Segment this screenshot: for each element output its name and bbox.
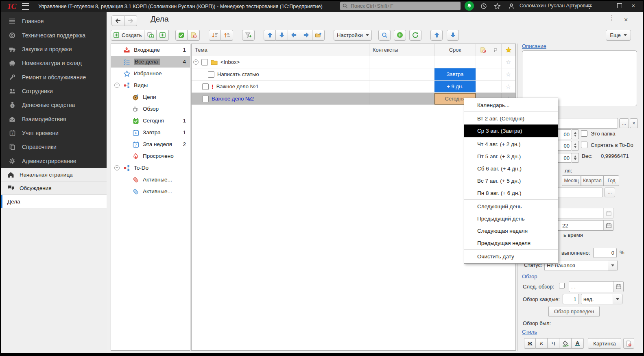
favorite-star[interactable]: ☆ <box>502 81 515 92</box>
search-button[interactable] <box>378 30 391 41</box>
maximize-button[interactable] <box>615 2 624 9</box>
menu-item-calendar[interactable]: Календарь... <box>464 99 558 111</box>
column-header-flag[interactable] <box>490 44 502 56</box>
sidebar-item-administration[interactable]: Администрирование <box>1 154 107 168</box>
menu-item-next-day[interactable]: Следующий день <box>464 200 558 212</box>
repeat-choose-button[interactable]: ... <box>605 188 615 197</box>
time-spinner-2-buttons[interactable] <box>572 141 579 151</box>
collapse-toggle[interactable]: − <box>114 83 120 88</box>
bold-button[interactable]: Ж <box>524 338 536 349</box>
sidebar-item-employees[interactable]: Сотрудники <box>1 84 107 98</box>
row-up-button[interactable] <box>430 30 443 41</box>
underline-button[interactable]: Ч <box>548 338 559 349</box>
table-row[interactable]: ! Важное дело №1 + 9 дн. ☆ <box>192 81 515 93</box>
forward-button[interactable] <box>124 15 137 26</box>
sidebar-item-interactions[interactable]: Взаимодействия <box>1 112 107 126</box>
calendar-icon[interactable] <box>603 221 613 230</box>
settings-button[interactable]: Настройки <box>334 30 372 41</box>
category-favorites[interactable]: Избранное <box>111 68 190 79</box>
category-todo[interactable]: − To-Do <box>111 162 190 174</box>
period-year-button[interactable]: Год <box>604 175 619 186</box>
column-header-favorite[interactable] <box>502 44 515 56</box>
table-row[interactable]: Написать статью Завтра ☆ <box>192 68 515 81</box>
menu-item-plus2[interactable]: Чт 4 авг. (+ 2 дн.) <box>464 138 558 150</box>
category-all-tasks[interactable]: Все дела 4 <box>111 56 190 68</box>
percent-done-input[interactable] <box>593 248 617 258</box>
review-every-input[interactable] <box>563 294 579 304</box>
minimize-button[interactable]: – <box>601 1 610 8</box>
column-header-subject[interactable]: Тема <box>192 44 369 56</box>
move-left-button[interactable] <box>288 30 300 41</box>
time-spinner-1-buttons[interactable] <box>572 129 579 139</box>
favorite-star[interactable]: ☆ <box>502 56 515 68</box>
font-color-button[interactable]: A <box>572 338 584 349</box>
italic-button[interactable]: К <box>536 338 548 349</box>
sidebar-item-time[interactable]: 7 Учет времени <box>1 126 107 140</box>
menu-item-next-week[interactable]: Следующая неделя <box>464 225 558 237</box>
menu-item-today[interactable]: Вт 2 авг. (Сегодня) <box>464 112 558 124</box>
history-button[interactable] <box>480 2 487 9</box>
review-unit-combo[interactable] <box>581 294 622 304</box>
sidebar-item-discussions[interactable]: Обсуждения <box>1 181 107 195</box>
hide-in-todo-checkbox[interactable] <box>581 142 587 148</box>
notifications-bell-button[interactable] <box>465 1 474 11</box>
menu-item-plus5[interactable]: Вс 7 авг. (+ 5 дн.) <box>464 175 558 187</box>
menu-item-plus4[interactable]: Сб 6 авг. (+ 4 дн.) <box>464 162 558 175</box>
review-link[interactable]: Обзор <box>522 273 537 280</box>
calendar-icon[interactable] <box>613 282 623 292</box>
due-cell[interactable]: + 9 дн. <box>434 81 476 92</box>
style-link[interactable]: Стиль <box>522 329 537 335</box>
sort-ascending-button[interactable] <box>221 30 233 41</box>
create-button[interactable]: Создать <box>111 30 144 41</box>
sidebar-item-nomenclature[interactable]: Номенклатура и склад <box>1 56 107 70</box>
description-link[interactable]: Описание <box>522 43 546 49</box>
row-checkbox[interactable] <box>201 59 208 66</box>
global-search[interactable] <box>340 2 461 10</box>
menu-item-prev-week[interactable]: Предыдущая неделя <box>464 237 558 249</box>
menu-item-tomorrow-selected[interactable]: Ср 3 авг. (Завтра) <box>464 124 558 137</box>
sidebar-item-support[interactable]: Техническая поддержка <box>1 28 107 42</box>
form-kebab-menu[interactable]: ⋮ <box>609 17 614 19</box>
sidebar-item-money[interactable]: s Денежные средства <box>1 98 107 112</box>
row-down-button[interactable] <box>447 30 459 41</box>
sidebar-item-purchases[interactable]: Закупки и продажи <box>1 42 107 56</box>
close-window-button[interactable]: × <box>629 2 638 9</box>
favorite-star[interactable]: ☆ <box>502 68 515 80</box>
table-row[interactable]: − <Inbox> ☆ <box>192 56 515 68</box>
category-goals[interactable]: Цели <box>111 91 190 103</box>
more-button[interactable]: Еще <box>606 30 631 41</box>
create-group-button[interactable] <box>144 30 157 41</box>
chevron-down-icon[interactable] <box>608 260 617 271</box>
category-active-contexts-red[interactable]: Активные... <box>111 174 190 186</box>
service-menu-button[interactable] <box>586 2 593 9</box>
chevron-down-icon[interactable] <box>613 294 622 304</box>
filter-button[interactable] <box>242 30 255 41</box>
category-today[interactable]: Сегодня 1 <box>111 115 190 127</box>
category-this-week[interactable]: 7 Эта неделя 2 <box>111 138 190 150</box>
project-choose-button[interactable]: ... <box>619 118 629 128</box>
column-header-contexts[interactable]: Контексты <box>369 44 434 56</box>
next-review-checkbox[interactable] <box>559 283 565 288</box>
menu-item-clear-date[interactable]: Очистить дату <box>464 250 558 262</box>
form-close-button[interactable]: × <box>624 16 628 24</box>
menu-item-plus3[interactable]: Пт 5 авг. (+ 3 дн.) <box>464 150 558 162</box>
postpone-button[interactable] <box>188 30 200 41</box>
clear-format-button[interactable] <box>623 338 634 349</box>
picture-button[interactable]: Картинка <box>588 338 621 349</box>
category-review[interactable]: Обзор <box>111 103 190 115</box>
review-done-button[interactable]: Обзор проведен <box>548 306 600 317</box>
is-folder-checkbox[interactable] <box>581 130 587 137</box>
move-right-button[interactable] <box>300 30 312 41</box>
time-spinner-3-buttons[interactable] <box>572 153 579 163</box>
menu-item-plus6[interactable]: Пн 8 авг. (+ 6 дн.) <box>464 187 558 199</box>
row-checkbox[interactable] <box>208 71 214 78</box>
project-clear-button[interactable]: × <box>630 118 638 128</box>
sidebar-item-main[interactable]: Главное <box>1 14 107 28</box>
favorites-button[interactable] <box>493 2 501 9</box>
main-hamburger-icon[interactable] <box>22 3 29 10</box>
next-review-date-field[interactable] <box>569 281 624 292</box>
due-cell[interactable]: Завтра <box>434 68 476 80</box>
collapse-toggle[interactable]: − <box>114 165 120 170</box>
move-to-group-button[interactable] <box>312 30 325 41</box>
row-checkbox[interactable] <box>202 96 209 102</box>
